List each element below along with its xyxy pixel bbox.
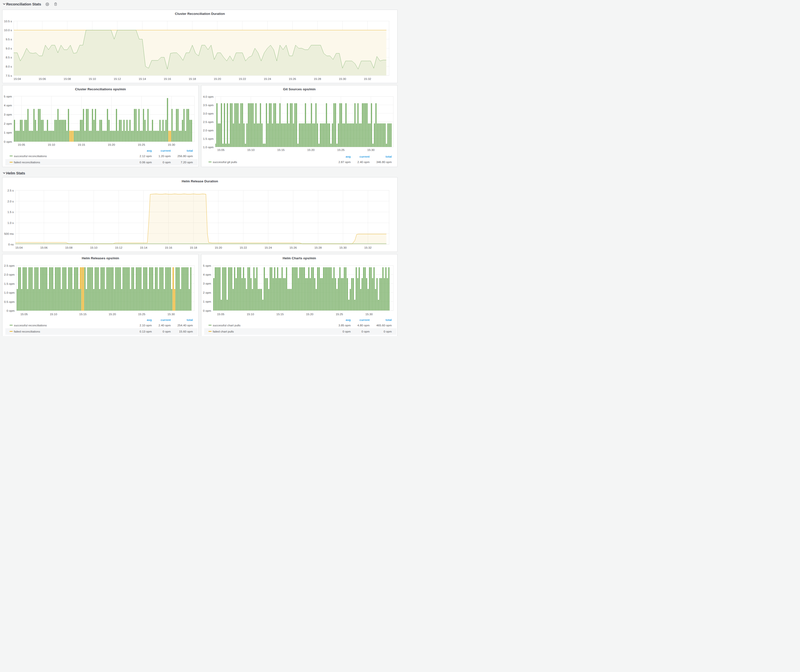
- svg-text:0.13 opm: 0.13 opm: [139, 330, 152, 333]
- svg-text:10.5 s: 10.5 s: [4, 19, 12, 23]
- svg-text:Helm Releases ops/min: Helm Releases ops/min: [82, 256, 119, 260]
- svg-text:9.5 s: 9.5 s: [6, 38, 12, 41]
- svg-text:3 opm: 3 opm: [203, 282, 211, 285]
- svg-text:15:16: 15:16: [164, 77, 171, 81]
- svg-text:15:10: 15:10: [50, 312, 57, 316]
- svg-text:15.60 opm: 15.60 opm: [179, 330, 193, 333]
- svg-text:2 opm: 2 opm: [4, 122, 12, 125]
- svg-text:0 opm: 0 opm: [203, 309, 211, 312]
- svg-text:15:15: 15:15: [79, 312, 86, 316]
- svg-text:15:20: 15:20: [109, 312, 116, 316]
- svg-text:Helm Charts ops/min: Helm Charts ops/min: [283, 256, 316, 260]
- svg-text:15:05: 15:05: [18, 143, 25, 146]
- svg-text:2.40 opm: 2.40 opm: [357, 160, 370, 164]
- svg-text:15:22: 15:22: [240, 246, 247, 250]
- svg-text:2.0 opm: 2.0 opm: [203, 129, 214, 132]
- svg-text:3.0 opm: 3.0 opm: [203, 112, 214, 115]
- svg-text:15:06: 15:06: [38, 77, 46, 81]
- svg-text:10.0 s: 10.0 s: [4, 29, 12, 32]
- svg-text:15:18: 15:18: [189, 77, 196, 81]
- svg-text:15:15: 15:15: [78, 143, 85, 146]
- svg-text:15:10: 15:10: [247, 148, 254, 152]
- svg-text:successful git pulls: successful git pulls: [213, 160, 237, 164]
- svg-text:15:30: 15:30: [339, 77, 346, 81]
- svg-text:7.20 opm: 7.20 opm: [181, 161, 193, 164]
- svg-text:8.5 s: 8.5 s: [6, 56, 12, 59]
- svg-text:15:20: 15:20: [215, 246, 222, 250]
- svg-text:1.0 opm: 1.0 opm: [4, 291, 15, 294]
- svg-text:15:05: 15:05: [21, 312, 28, 316]
- svg-text:15:05: 15:05: [217, 312, 225, 316]
- svg-text:0 opm: 0 opm: [163, 161, 171, 164]
- svg-text:Helm Release Duration: Helm Release Duration: [182, 179, 218, 183]
- svg-text:15:04: 15:04: [15, 246, 23, 250]
- svg-text:3.5 opm: 3.5 opm: [203, 103, 214, 107]
- svg-text:Cluster Reconciliation Duratio: Cluster Reconciliation Duration: [175, 12, 225, 16]
- svg-text:15:22: 15:22: [239, 77, 246, 81]
- svg-text:5 opm: 5 opm: [4, 95, 12, 98]
- svg-text:15:32: 15:32: [364, 246, 372, 250]
- svg-text:2.5 opm: 2.5 opm: [4, 264, 15, 267]
- svg-text:15:20: 15:20: [306, 312, 314, 316]
- svg-text:15:26: 15:26: [290, 246, 297, 250]
- svg-text:15:10: 15:10: [90, 246, 98, 250]
- svg-text:15:32: 15:32: [364, 77, 371, 81]
- svg-text:2.5 s: 2.5 s: [7, 189, 14, 192]
- svg-text:8.0 s: 8.0 s: [6, 65, 12, 68]
- svg-text:15:28: 15:28: [314, 246, 322, 250]
- svg-text:avg: avg: [147, 318, 152, 322]
- svg-text:15:25: 15:25: [138, 143, 145, 146]
- svg-text:15:20: 15:20: [214, 77, 221, 81]
- svg-text:failed chart pulls: failed chart pulls: [213, 330, 234, 333]
- svg-text:15:10: 15:10: [48, 143, 55, 146]
- svg-text:avg: avg: [346, 155, 350, 158]
- svg-text:15:15: 15:15: [277, 148, 285, 152]
- svg-text:0 ns: 0 ns: [8, 243, 14, 246]
- svg-text:15:14: 15:14: [139, 77, 146, 81]
- svg-text:0 opm: 0 opm: [6, 309, 14, 312]
- svg-text:256.80 opm: 256.80 opm: [178, 154, 193, 158]
- svg-text:successful reconciliations: successful reconciliations: [14, 324, 47, 327]
- svg-text:1.5 opm: 1.5 opm: [4, 282, 15, 286]
- svg-text:successful reconciliations: successful reconciliations: [14, 154, 47, 158]
- svg-text:15:10: 15:10: [246, 312, 254, 316]
- svg-text:15:12: 15:12: [114, 77, 121, 81]
- svg-text:3 opm: 3 opm: [4, 113, 12, 116]
- svg-text:2.40 opm: 2.40 opm: [158, 324, 171, 327]
- svg-text:4.80 opm: 4.80 opm: [357, 324, 370, 327]
- svg-text:2.5 opm: 2.5 opm: [203, 120, 214, 124]
- svg-text:0 opm: 0 opm: [163, 330, 171, 333]
- svg-text:0 opm: 0 opm: [4, 140, 12, 144]
- svg-text:15:30: 15:30: [339, 246, 347, 250]
- svg-text:2.87 opm: 2.87 opm: [338, 160, 350, 164]
- svg-text:15:20: 15:20: [307, 148, 315, 152]
- svg-text:total: total: [386, 155, 392, 158]
- svg-text:current: current: [360, 318, 370, 322]
- svg-text:0 opm: 0 opm: [362, 330, 370, 333]
- svg-text:total: total: [187, 318, 193, 322]
- svg-text:15:25: 15:25: [138, 312, 146, 316]
- svg-text:1.5 opm: 1.5 opm: [203, 137, 214, 141]
- svg-text:254.40 opm: 254.40 opm: [178, 324, 193, 327]
- svg-text:0.06 opm: 0.06 opm: [139, 161, 152, 164]
- svg-text:15:16: 15:16: [165, 246, 172, 250]
- svg-text:15:15: 15:15: [276, 312, 284, 316]
- svg-text:2.10 opm: 2.10 opm: [139, 324, 152, 327]
- svg-text:9.0 s: 9.0 s: [6, 47, 12, 50]
- svg-text:2.0 s: 2.0 s: [7, 200, 14, 203]
- svg-text:15:10: 15:10: [88, 77, 96, 81]
- svg-text:successful chart pulls: successful chart pulls: [213, 324, 240, 327]
- svg-text:Git Sources ops/min: Git Sources ops/min: [283, 87, 315, 91]
- svg-text:total: total: [187, 149, 193, 152]
- svg-text:15:12: 15:12: [115, 246, 122, 250]
- svg-text:1.0 s: 1.0 s: [7, 221, 14, 225]
- svg-text:total: total: [386, 318, 392, 322]
- svg-text:15:04: 15:04: [14, 77, 21, 81]
- svg-text:15:18: 15:18: [190, 246, 197, 250]
- svg-text:Cluster Reconciliations ops/mi: Cluster Reconciliations ops/min: [75, 87, 126, 91]
- svg-text:1.20 opm: 1.20 opm: [158, 154, 171, 158]
- svg-text:465.60 opm: 465.60 opm: [376, 324, 392, 327]
- svg-text:1 opm: 1 opm: [203, 300, 211, 303]
- svg-text:15:30: 15:30: [367, 148, 375, 152]
- svg-text:15:08: 15:08: [65, 246, 72, 250]
